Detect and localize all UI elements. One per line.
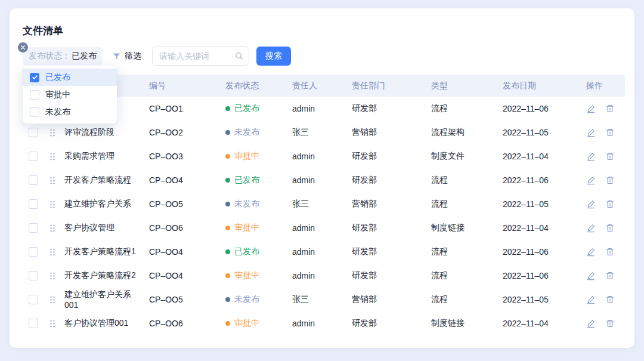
drag-handle-icon[interactable] bbox=[49, 176, 56, 185]
drag-handle-icon[interactable] bbox=[49, 152, 56, 161]
close-icon bbox=[20, 45, 26, 50]
status-dot-icon bbox=[225, 249, 230, 254]
edit-button[interactable] bbox=[586, 199, 596, 209]
status-cell: 未发布 bbox=[219, 199, 286, 209]
delete-button[interactable] bbox=[605, 319, 615, 328]
row-checkbox[interactable] bbox=[29, 295, 38, 304]
file-code: CP–OO4 bbox=[143, 271, 219, 280]
row-checkbox[interactable] bbox=[29, 247, 38, 257]
owner-cell: admin bbox=[286, 223, 346, 233]
status-cell: 审批中 bbox=[219, 151, 286, 162]
dropdown-option[interactable]: 未发布 bbox=[23, 103, 117, 121]
drag-handle-icon[interactable] bbox=[49, 319, 56, 328]
table-row: 采购需求管理CP–OO3审批中admin研发部制度文件2022–11–04 bbox=[23, 144, 625, 168]
dropdown-option-label: 已发布 bbox=[45, 72, 70, 83]
row-checkbox[interactable] bbox=[29, 128, 38, 137]
delete-button[interactable] bbox=[605, 199, 615, 209]
department-cell: 营销部 bbox=[346, 294, 425, 305]
dropdown-option[interactable]: 审批中 bbox=[23, 86, 117, 103]
status-dot-icon bbox=[225, 130, 230, 135]
department-cell: 营销部 bbox=[346, 127, 425, 138]
delete-button[interactable] bbox=[605, 104, 615, 113]
status-label: 已发布 bbox=[234, 246, 259, 257]
file-code: CP–OO5 bbox=[143, 199, 219, 209]
row-checkbox[interactable] bbox=[29, 199, 38, 209]
delete-button[interactable] bbox=[605, 128, 615, 137]
dropdown-option-label: 审批中 bbox=[45, 90, 70, 100]
status-label: 已发布 bbox=[234, 103, 259, 114]
type-cell: 制度文件 bbox=[425, 151, 498, 162]
owner-cell: admin bbox=[286, 319, 346, 328]
status-label: 审批中 bbox=[234, 270, 259, 281]
drag-handle-icon[interactable] bbox=[49, 128, 56, 137]
checkbox-icon[interactable] bbox=[30, 107, 39, 117]
checkbox-checked-icon[interactable] bbox=[30, 73, 39, 82]
status-badge: 审批中 bbox=[225, 151, 286, 162]
status-badge: 已发布 bbox=[225, 103, 286, 114]
status-cell: 未发布 bbox=[219, 294, 286, 305]
edit-button[interactable] bbox=[586, 128, 596, 137]
drag-handle-icon[interactable] bbox=[49, 224, 56, 233]
dropdown-option-label: 未发布 bbox=[45, 107, 70, 118]
status-dot-icon bbox=[225, 297, 230, 302]
delete-button[interactable] bbox=[605, 152, 615, 161]
status-cell: 已发布 bbox=[219, 103, 286, 114]
drag-handle-icon[interactable] bbox=[49, 271, 56, 280]
edit-button[interactable] bbox=[586, 319, 596, 328]
table-row: 开发客户策略流程CP–OO4已发布admin研发部流程2022–11–06 bbox=[23, 168, 625, 192]
owner-cell: 张三 bbox=[286, 199, 346, 209]
status-label: 未发布 bbox=[234, 127, 259, 138]
delete-button[interactable] bbox=[605, 175, 615, 185]
drag-handle-icon[interactable] bbox=[49, 295, 56, 304]
search-button[interactable]: 搜索 bbox=[256, 47, 291, 66]
edit-button[interactable] bbox=[586, 247, 596, 257]
filter-button-label: 筛选 bbox=[125, 51, 141, 61]
file-code: CP–OO1 bbox=[143, 104, 219, 113]
table-row: 评审流程阶段CP–OO2未发布张三营销部流程架构2022–11–05 bbox=[23, 121, 625, 144]
row-checkbox[interactable] bbox=[29, 271, 38, 280]
department-cell: 研发部 bbox=[346, 270, 425, 281]
actions-cell bbox=[581, 199, 625, 209]
row-checkbox[interactable] bbox=[29, 175, 38, 185]
edit-button[interactable] bbox=[586, 175, 596, 185]
chip-close-button[interactable] bbox=[18, 42, 28, 53]
delete-button[interactable] bbox=[605, 295, 615, 304]
type-cell: 流程 bbox=[425, 175, 498, 186]
edit-button[interactable] bbox=[586, 271, 596, 280]
file-name-cell: 客户协议管理001 bbox=[23, 318, 143, 329]
status-badge: 审批中 bbox=[225, 223, 286, 233]
owner-cell: admin bbox=[286, 271, 346, 280]
filter-button[interactable]: 筛选 bbox=[112, 51, 141, 61]
dropdown-option[interactable]: 已发布 bbox=[23, 69, 117, 86]
owner-cell: 张三 bbox=[286, 294, 346, 305]
file-name: 建立维护客户关系 bbox=[64, 199, 131, 209]
drag-handle-icon[interactable] bbox=[49, 248, 56, 257]
edit-button[interactable] bbox=[586, 104, 596, 113]
status-filter-chip[interactable]: 发布状态： 已发布 bbox=[23, 47, 103, 65]
edit-button[interactable] bbox=[586, 152, 596, 161]
date-cell: 2022–11–06 bbox=[498, 271, 581, 280]
checkbox-icon[interactable] bbox=[30, 90, 39, 100]
page-background: 文件清单 发布状态： 已发布 筛选 搜索 bbox=[0, 0, 644, 361]
file-code: CP–OO6 bbox=[143, 319, 219, 328]
row-checkbox[interactable] bbox=[29, 152, 38, 161]
row-checkbox[interactable] bbox=[29, 223, 38, 233]
type-cell: 流程 bbox=[425, 270, 498, 281]
date-cell: 2022–11–06 bbox=[498, 175, 581, 185]
column-header-type: 类型 bbox=[425, 81, 498, 91]
date-cell: 2022–11–06 bbox=[498, 104, 581, 113]
drag-handle-icon[interactable] bbox=[49, 200, 56, 209]
row-checkbox[interactable] bbox=[29, 319, 38, 328]
delete-button[interactable] bbox=[605, 271, 615, 280]
status-dot-icon bbox=[225, 226, 230, 230]
status-cell: 已发布 bbox=[219, 246, 286, 257]
delete-button[interactable] bbox=[605, 223, 615, 233]
date-cell: 2022–11–04 bbox=[498, 319, 581, 328]
column-header-code: 编号 bbox=[143, 81, 219, 91]
edit-button[interactable] bbox=[586, 295, 596, 304]
delete-button[interactable] bbox=[605, 247, 615, 257]
department-cell: 研发部 bbox=[346, 246, 425, 257]
edit-button[interactable] bbox=[586, 223, 596, 233]
date-cell: 2022–11–05 bbox=[498, 128, 581, 137]
type-cell: 流程架构 bbox=[425, 127, 498, 138]
